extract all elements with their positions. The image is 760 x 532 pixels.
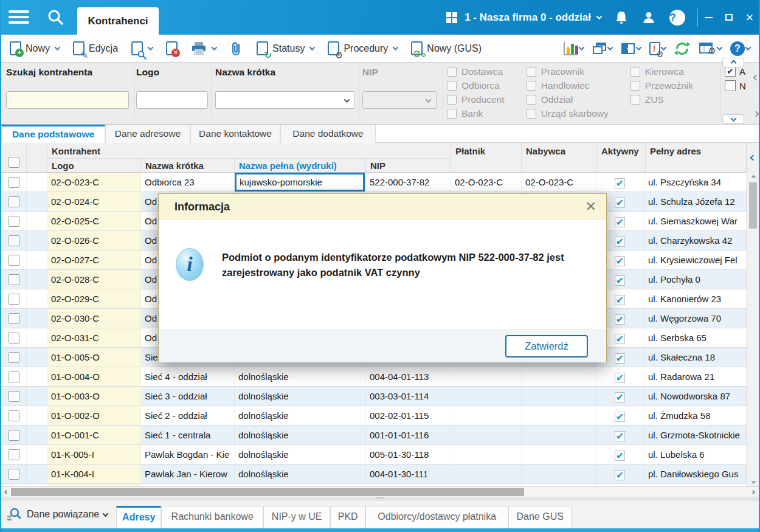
- checkbox-icon[interactable]: [527, 81, 536, 91]
- bottom-tab-dane-gus[interactable]: Dane GUS: [508, 506, 572, 528]
- row-select-checkbox[interactable]: [9, 430, 19, 441]
- tab-dane-adresowe[interactable]: Dane adresowe: [105, 125, 190, 143]
- statuses-button[interactable]: ↻ Statusy: [253, 39, 318, 58]
- table-row[interactable]: 01-O-003-OSieć 3 - oddziałdolnośląskie00…: [1, 387, 747, 406]
- column-header-logo[interactable]: Logo: [47, 158, 141, 173]
- logo-filter-input[interactable]: [136, 91, 208, 109]
- table-row[interactable]: 01-K-004-IPawlak Jan - Kierowdolnośląski…: [1, 465, 747, 484]
- row-select-checkbox[interactable]: [9, 313, 19, 324]
- cell-aktywny[interactable]: ✔: [596, 387, 644, 406]
- role-checkbox-urząd-skarbowy[interactable]: Urząd skarbowy: [527, 108, 609, 119]
- vertical-scrollbar[interactable]: [747, 173, 759, 486]
- cell-aktywny[interactable]: ✔: [596, 173, 644, 192]
- role-checkbox-dostawca[interactable]: Dostawca: [447, 66, 505, 77]
- checkbox-icon[interactable]: [725, 80, 736, 91]
- checkbox-icon[interactable]: [527, 95, 536, 105]
- dialog-close-icon[interactable]: ✕: [586, 199, 596, 215]
- confirm-button[interactable]: Zatwierdź: [505, 335, 588, 358]
- column-header-pelny-adres[interactable]: Pełny adres: [646, 143, 747, 173]
- cell-aktywny[interactable]: ✔: [596, 406, 644, 425]
- chart-view-button[interactable]: [564, 42, 584, 55]
- filter-scroll-right-icon[interactable]: [754, 108, 758, 118]
- role-checkbox-odbiorca[interactable]: Odbiorca: [447, 80, 505, 91]
- scroll-down-icon[interactable]: [747, 478, 759, 486]
- chevron-down-icon[interactable]: [578, 44, 584, 50]
- cell-aktywny[interactable]: ✔: [596, 426, 644, 444]
- chevron-down-icon[interactable]: [717, 44, 723, 50]
- hamburger-menu-icon[interactable]: [9, 10, 29, 25]
- bottom-tab-odbiorcy-dostawcy-płatnika[interactable]: Odbiorcy/dostawcy płatnika: [365, 506, 508, 528]
- chevron-down-icon[interactable]: [309, 44, 316, 50]
- chevron-down-icon[interactable]: [393, 44, 399, 50]
- checkbox-icon[interactable]: [447, 67, 457, 77]
- search-contractor-input[interactable]: [6, 91, 129, 109]
- close-button[interactable]: ×: [739, 0, 760, 35]
- table-row[interactable]: 02-O-023-COdbiorca 23kujawsko-pomorskie5…: [1, 173, 747, 192]
- role-checkbox-producent[interactable]: Producent: [447, 94, 505, 105]
- context-help-button[interactable]: ?: [730, 41, 750, 56]
- user-profile-icon[interactable]: [641, 10, 656, 25]
- cell-aktywny[interactable]: ✔: [596, 367, 644, 386]
- windows-layout-button[interactable]: [592, 42, 612, 55]
- column-header-nabywca[interactable]: Nabywca: [522, 143, 597, 173]
- checkbox-icon[interactable]: [630, 67, 640, 77]
- new-gus-button[interactable]: ⚙⚙ Nowy (GUS): [407, 39, 485, 58]
- flag-checkbox-n[interactable]: N: [725, 80, 753, 91]
- checkbox-icon[interactable]: [527, 67, 536, 77]
- company-chevron-icon[interactable]: [596, 13, 603, 19]
- short-name-filter-select[interactable]: [215, 91, 355, 109]
- table-row[interactable]: 01-K-005-IPawlak Bogdan - Kiedolnośląski…: [1, 445, 747, 465]
- tab-dane-podstawowe[interactable]: Dane podstawowe: [1, 125, 105, 143]
- row-select-checkbox[interactable]: [9, 352, 19, 363]
- row-select-checkbox[interactable]: [9, 371, 19, 382]
- minimize-button[interactable]: [698, 0, 719, 35]
- chevron-down-icon[interactable]: [212, 44, 218, 50]
- checkbox-icon[interactable]: [447, 109, 457, 119]
- checkbox-icon[interactable]: [630, 95, 640, 105]
- role-checkbox-oddział[interactable]: Oddział: [527, 94, 609, 105]
- checkbox-icon[interactable]: [447, 81, 457, 91]
- row-select-checkbox[interactable]: [9, 333, 19, 344]
- chevron-down-icon[interactable]: [635, 44, 641, 50]
- row-select-checkbox[interactable]: [9, 216, 19, 227]
- procedures-button[interactable]: ⚙ Procedury: [324, 39, 401, 58]
- maximize-button[interactable]: [719, 0, 739, 35]
- role-checkbox-pracownik[interactable]: Pracownik: [527, 66, 609, 77]
- cell-aktywny[interactable]: ✔: [596, 445, 644, 464]
- bottom-tab-nip-y-w-ue[interactable]: NIP-y w UE: [263, 506, 330, 528]
- row-select-checkbox[interactable]: [9, 235, 19, 246]
- row-select-checkbox[interactable]: [9, 294, 19, 305]
- column-header-nazwa-krotka[interactable]: Nazwa krótka: [141, 158, 235, 173]
- column-header-aktywny[interactable]: Aktywny: [597, 143, 646, 173]
- table-settings-button[interactable]: ⚙: [699, 41, 722, 57]
- row-select-checkbox[interactable]: [9, 469, 19, 480]
- filter-expand-down-button[interactable]: [722, 114, 744, 124]
- chevron-down-icon[interactable]: [55, 44, 61, 50]
- tab-dane-kontaktowe[interactable]: Dane kontaktowe: [190, 125, 280, 143]
- notifications-bell-icon[interactable]: [615, 10, 628, 25]
- edit-button[interactable]: ✎ Edycja: [69, 39, 122, 58]
- refresh-button[interactable]: [674, 41, 690, 57]
- company-selector[interactable]: 1 - Nasza firma 0 - oddział: [465, 12, 591, 24]
- collapse-right-panel-icon[interactable]: [747, 143, 759, 173]
- table-row[interactable]: 01-O-004-OSieć 4 - oddziałdolnośląskie00…: [1, 367, 747, 387]
- role-checkbox-handlowiec[interactable]: Handlowiec: [527, 80, 609, 91]
- new-button[interactable]: + Nowy: [6, 39, 63, 58]
- bottom-tab-rachunki-bankowe[interactable]: Rachunki bankowe: [161, 506, 263, 528]
- filter-scroll-left-icon[interactable]: [754, 71, 758, 81]
- table-row[interactable]: 01-O-001-CSieć 1 - centraladolnośląskie0…: [1, 426, 747, 445]
- role-checkbox-bank[interactable]: Bank: [447, 108, 505, 119]
- row-select-checkbox[interactable]: [9, 177, 19, 188]
- row-select-checkbox[interactable]: [9, 274, 19, 285]
- row-select-checkbox[interactable]: [9, 196, 19, 207]
- tab-dane-dodatkowe[interactable]: Dane dodatkowe: [280, 125, 376, 143]
- search-icon[interactable]: [46, 9, 64, 27]
- row-select-checkbox[interactable]: [9, 410, 19, 421]
- row-select-checkbox[interactable]: [9, 255, 19, 266]
- checkbox-icon[interactable]: [447, 95, 457, 105]
- vertical-scroll-thumb[interactable]: [749, 182, 757, 229]
- filter-collapse-up-button[interactable]: [722, 58, 744, 67]
- alerts-settings-button[interactable]: ! ⚙: [649, 42, 666, 55]
- chevron-down-icon[interactable]: [745, 44, 751, 50]
- role-checkbox-kierowca[interactable]: Kierowca: [630, 66, 693, 77]
